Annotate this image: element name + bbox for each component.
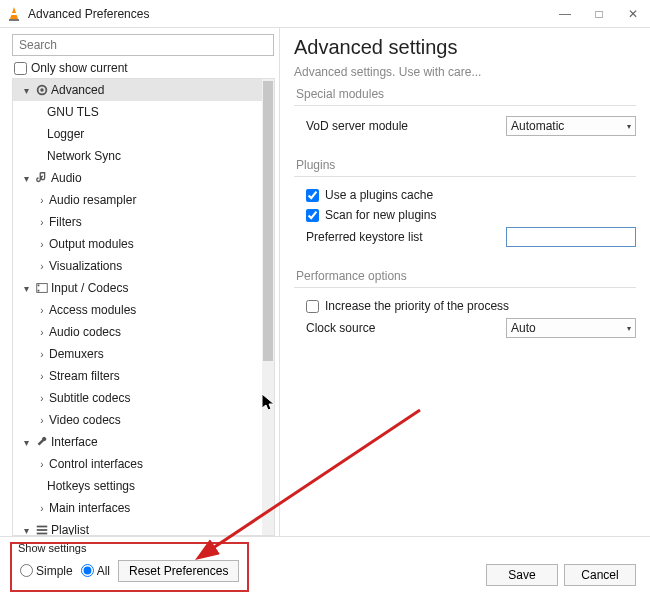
checkbox-label: Use a plugins cache bbox=[325, 188, 433, 202]
reset-preferences-button[interactable]: Reset Preferences bbox=[118, 560, 239, 582]
save-button[interactable]: Save bbox=[486, 564, 558, 586]
group-title-performance: Performance options bbox=[296, 269, 636, 283]
tree-label: Demuxers bbox=[49, 347, 104, 361]
expand-icon[interactable]: ▾ bbox=[19, 173, 33, 184]
tree-item-subtitle-codecs[interactable]: ›Subtitle codecs bbox=[13, 387, 262, 409]
preferred-keystore-input[interactable] bbox=[506, 227, 636, 247]
only-show-current-label: Only show current bbox=[31, 61, 128, 75]
tree-label: Control interfaces bbox=[49, 457, 143, 471]
tree-item-stream-filters[interactable]: ›Stream filters bbox=[13, 365, 262, 387]
list-icon bbox=[33, 522, 51, 535]
use-plugins-cache-box[interactable] bbox=[306, 189, 319, 202]
expand-icon[interactable]: › bbox=[35, 195, 49, 206]
tree-label: Subtitle codecs bbox=[49, 391, 130, 405]
group-special-modules: VoD server module Automatic ▾ bbox=[294, 105, 636, 150]
tree-item-video-codecs[interactable]: ›Video codecs bbox=[13, 409, 262, 431]
clock-source-label: Clock source bbox=[306, 321, 506, 335]
tree-container: ▾ Advanced GNU TLS Logger Network Sync ▾… bbox=[12, 78, 275, 536]
combo-value: Automatic bbox=[511, 119, 564, 133]
expand-icon[interactable]: ▾ bbox=[19, 283, 33, 294]
expand-icon[interactable]: › bbox=[35, 349, 49, 360]
svg-rect-8 bbox=[37, 526, 48, 528]
tree-label: Visualizations bbox=[49, 259, 122, 273]
show-settings-group: Show settings Simple All Reset Preferenc… bbox=[10, 542, 249, 592]
svg-rect-1 bbox=[11, 13, 17, 15]
increase-priority-box[interactable] bbox=[306, 300, 319, 313]
tree-label: Hotkeys settings bbox=[47, 479, 135, 493]
close-button[interactable]: ✕ bbox=[616, 0, 650, 27]
chevron-down-icon: ▾ bbox=[627, 324, 631, 333]
search-input[interactable] bbox=[12, 34, 274, 56]
expand-icon[interactable]: ▾ bbox=[19, 525, 33, 536]
expand-icon[interactable]: › bbox=[35, 327, 49, 338]
tree-item-visualizations[interactable]: ›Visualizations bbox=[13, 255, 262, 277]
scan-new-plugins-box[interactable] bbox=[306, 209, 319, 222]
expand-icon[interactable]: › bbox=[35, 459, 49, 470]
checkbox-label: Increase the priority of the process bbox=[325, 299, 509, 313]
tree-item-audio-codecs[interactable]: ›Audio codecs bbox=[13, 321, 262, 343]
radio-simple-input[interactable] bbox=[20, 564, 33, 577]
combo-value: Auto bbox=[511, 321, 536, 335]
group-performance: Increase the priority of the process Clo… bbox=[294, 287, 636, 352]
radio-all[interactable]: All bbox=[81, 564, 110, 578]
group-title-special: Special modules bbox=[296, 87, 636, 101]
expand-icon[interactable]: › bbox=[35, 371, 49, 382]
tree-item-audio-resampler[interactable]: ›Audio resampler bbox=[13, 189, 262, 211]
tree-item-output-modules[interactable]: ›Output modules bbox=[13, 233, 262, 255]
cancel-button[interactable]: Cancel bbox=[564, 564, 636, 586]
expand-icon[interactable]: › bbox=[35, 261, 49, 272]
maximize-button[interactable]: □ bbox=[582, 0, 616, 27]
expand-icon[interactable]: › bbox=[35, 239, 49, 250]
expand-icon[interactable]: › bbox=[35, 217, 49, 228]
tree-label: Stream filters bbox=[49, 369, 120, 383]
expand-icon[interactable]: ▾ bbox=[19, 85, 33, 96]
tree-item-gnu-tls[interactable]: GNU TLS bbox=[13, 101, 262, 123]
only-show-current-checkbox[interactable]: Only show current bbox=[14, 61, 275, 75]
vod-server-combo[interactable]: Automatic ▾ bbox=[506, 116, 636, 136]
expand-icon[interactable]: › bbox=[35, 415, 49, 426]
radio-all-input[interactable] bbox=[81, 564, 94, 577]
clock-source-combo[interactable]: Auto ▾ bbox=[506, 318, 636, 338]
expand-icon[interactable]: › bbox=[35, 503, 49, 514]
settings-tree[interactable]: ▾ Advanced GNU TLS Logger Network Sync ▾… bbox=[13, 79, 262, 535]
use-plugins-cache-checkbox[interactable]: Use a plugins cache bbox=[306, 185, 636, 205]
tree-item-demuxers[interactable]: ›Demuxers bbox=[13, 343, 262, 365]
tree-item-advanced[interactable]: ▾ Advanced bbox=[13, 79, 262, 101]
tree-item-network-sync[interactable]: Network Sync bbox=[13, 145, 262, 167]
expand-icon[interactable]: ▾ bbox=[19, 437, 33, 448]
tree-item-audio[interactable]: ▾ Audio bbox=[13, 167, 262, 189]
tree-item-interface[interactable]: ▾ Interface bbox=[13, 431, 262, 453]
checkbox-label: Scan for new plugins bbox=[325, 208, 436, 222]
scan-new-plugins-checkbox[interactable]: Scan for new plugins bbox=[306, 205, 636, 225]
tree-item-input-codecs[interactable]: ▾ Input / Codecs bbox=[13, 277, 262, 299]
svg-rect-9 bbox=[37, 529, 48, 531]
tree-label: Video codecs bbox=[49, 413, 121, 427]
tree-scrollbar[interactable] bbox=[262, 79, 274, 535]
radio-all-label: All bbox=[97, 564, 110, 578]
expand-icon[interactable]: › bbox=[35, 305, 49, 316]
page-heading: Advanced settings bbox=[294, 36, 636, 59]
scrollbar-thumb[interactable] bbox=[263, 81, 273, 361]
tree-item-logger[interactable]: Logger bbox=[13, 123, 262, 145]
tree-item-control-interfaces[interactable]: ›Control interfaces bbox=[13, 453, 262, 475]
tree-label: Playlist bbox=[51, 523, 89, 535]
expand-icon[interactable]: › bbox=[35, 393, 49, 404]
preferred-keystore-label: Preferred keystore list bbox=[306, 230, 506, 244]
music-note-icon bbox=[33, 170, 51, 186]
tree-item-hotkeys-settings[interactable]: Hotkeys settings bbox=[13, 475, 262, 497]
wrench-icon bbox=[33, 434, 51, 450]
only-show-current-box[interactable] bbox=[14, 62, 27, 75]
radio-simple[interactable]: Simple bbox=[20, 564, 73, 578]
minimize-button[interactable]: — bbox=[548, 0, 582, 27]
tree-label: Advanced bbox=[51, 83, 104, 97]
tree-label: Logger bbox=[47, 127, 84, 141]
tree-item-playlist[interactable]: ▾ Playlist bbox=[13, 519, 262, 535]
tree-item-access-modules[interactable]: ›Access modules bbox=[13, 299, 262, 321]
tree-label: Network Sync bbox=[47, 149, 121, 163]
vlc-icon bbox=[6, 6, 22, 22]
increase-priority-checkbox[interactable]: Increase the priority of the process bbox=[306, 296, 636, 316]
tree-item-main-interfaces[interactable]: ›Main interfaces bbox=[13, 497, 262, 519]
tree-label: Audio bbox=[51, 171, 82, 185]
show-settings-label: Show settings bbox=[18, 542, 86, 554]
tree-item-filters[interactable]: ›Filters bbox=[13, 211, 262, 233]
